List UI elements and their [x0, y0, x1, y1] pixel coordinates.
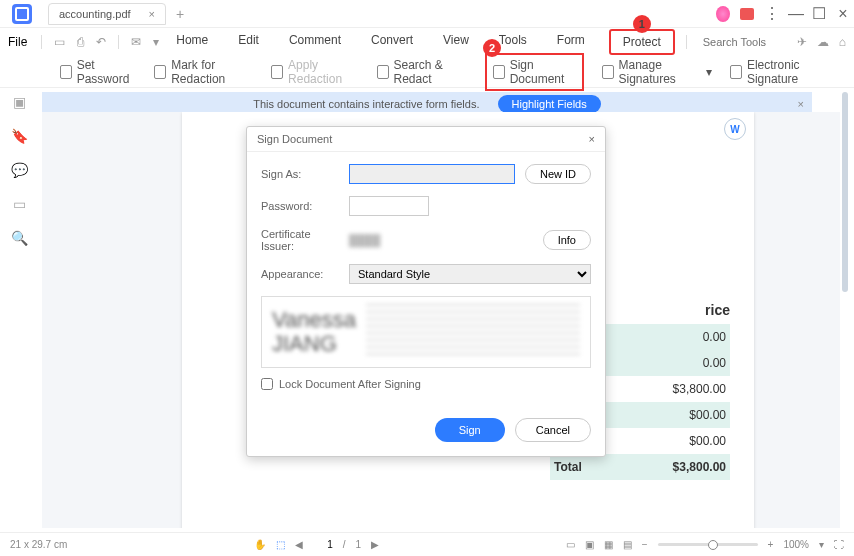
- sign-document-button[interactable]: 2 Sign Document: [485, 53, 584, 91]
- layout-icon[interactable]: ▦: [604, 539, 613, 550]
- add-tab-icon[interactable]: +: [176, 6, 184, 22]
- appearance-label: Appearance:: [261, 268, 339, 280]
- print-icon[interactable]: ⎙: [73, 35, 88, 49]
- menu-view[interactable]: View: [437, 29, 475, 55]
- close-tab-icon[interactable]: ×: [149, 8, 155, 20]
- info-message: This document contains interactive form …: [253, 98, 479, 110]
- badge-2: 2: [483, 39, 501, 57]
- zoom-slider[interactable]: [658, 543, 758, 546]
- send-icon[interactable]: ✈: [797, 35, 807, 49]
- app-logo: [12, 4, 32, 24]
- view-mode-icon[interactable]: ▤: [623, 539, 632, 550]
- appearance-select[interactable]: Standard Style: [349, 264, 591, 284]
- signature-meta: [366, 304, 580, 360]
- table-row-total: Total$3,800.00: [550, 454, 730, 480]
- tab-title: accounting.pdf: [59, 8, 131, 20]
- file-menu[interactable]: File: [8, 35, 27, 49]
- menu-edit[interactable]: Edit: [232, 29, 265, 55]
- new-id-button[interactable]: New ID: [525, 164, 591, 184]
- sign-as-select[interactable]: [349, 164, 515, 184]
- bookmark-icon[interactable]: 🔖: [11, 128, 28, 144]
- apply-icon: [271, 65, 283, 79]
- search-tools-input[interactable]: [703, 36, 783, 48]
- user-avatar[interactable]: [716, 6, 730, 22]
- kebab-menu-icon[interactable]: ⋮: [764, 4, 778, 23]
- manage-icon: [602, 65, 614, 79]
- close-dialog-icon[interactable]: ×: [589, 133, 595, 145]
- signature-name-2: JIANG: [272, 332, 356, 356]
- vertical-scrollbar[interactable]: [842, 92, 848, 292]
- next-page-icon[interactable]: ▶: [371, 539, 379, 550]
- sign-as-label: Sign As:: [261, 168, 339, 180]
- zoom-value: 100%: [783, 539, 809, 550]
- electronic-signature-button[interactable]: Electronic Signature: [730, 58, 834, 86]
- hand-tool-icon[interactable]: ✋: [254, 539, 266, 550]
- apply-redaction-button: Apply Redaction: [271, 58, 358, 86]
- divider: [118, 35, 119, 49]
- save-icon[interactable]: ▭: [50, 35, 69, 49]
- cloud-icon[interactable]: ☁: [817, 35, 829, 49]
- manage-signatures-button[interactable]: Manage Signatures▾: [602, 58, 712, 86]
- signature-icon: [493, 65, 505, 79]
- search-redact-button[interactable]: Search & Redact: [377, 58, 467, 86]
- lock-icon: [60, 65, 72, 79]
- password-label: Password:: [261, 200, 339, 212]
- select-tool-icon[interactable]: ⬚: [276, 539, 285, 550]
- left-sidebar: ▣ 🔖 💬 ▭ 🔍: [0, 88, 38, 246]
- fit-page-icon[interactable]: ▣: [585, 539, 594, 550]
- set-password-button[interactable]: Set Password: [60, 58, 136, 86]
- zoom-out-icon[interactable]: −: [642, 539, 648, 550]
- sign-button[interactable]: Sign: [435, 418, 505, 442]
- lock-checkbox[interactable]: [261, 378, 273, 390]
- main-menu: Home Edit Comment Convert View Tools For…: [170, 29, 675, 55]
- menu-comment[interactable]: Comment: [283, 29, 347, 55]
- page-number-input[interactable]: [313, 539, 333, 550]
- zoom-in-icon[interactable]: +: [768, 539, 774, 550]
- page-dimensions: 21 x 29.7 cm: [10, 539, 67, 550]
- dialog-title: Sign Document: [257, 133, 332, 145]
- word-export-icon[interactable]: W: [724, 118, 746, 140]
- attachment-icon[interactable]: ▭: [13, 196, 26, 212]
- close-window-icon[interactable]: ×: [836, 5, 850, 23]
- cancel-button[interactable]: Cancel: [515, 418, 591, 442]
- chevron-down-icon[interactable]: ▾: [819, 539, 824, 550]
- chevron-down-icon[interactable]: ▾: [149, 35, 163, 49]
- divider: [41, 35, 42, 49]
- redact-icon: [154, 65, 166, 79]
- search-icon: [377, 65, 389, 79]
- badge-1: 1: [633, 15, 651, 33]
- search-panel-icon[interactable]: 🔍: [11, 230, 28, 246]
- menu-protect[interactable]: Protect 1: [609, 29, 675, 55]
- signature-preview: Vanessa JIANG: [261, 296, 591, 368]
- close-infobar-icon[interactable]: ×: [798, 98, 804, 110]
- document-tab[interactable]: accounting.pdf ×: [48, 3, 166, 25]
- undo-icon[interactable]: ↶: [92, 35, 110, 49]
- status-bar: 21 x 29.7 cm ✋ ⬚ ◀ / 1 ▶ ▭ ▣ ▦ ▤ − + 100…: [0, 532, 854, 556]
- fit-width-icon[interactable]: ▭: [566, 539, 575, 550]
- issuer-label: Certificate Issuer:: [261, 228, 339, 252]
- minimize-icon[interactable]: —: [788, 5, 802, 23]
- menu-form[interactable]: Form: [551, 29, 591, 55]
- menu-convert[interactable]: Convert: [365, 29, 419, 55]
- menu-home[interactable]: Home: [170, 29, 214, 55]
- fullscreen-icon[interactable]: ⛶: [834, 539, 844, 550]
- highlight-fields-button[interactable]: Highlight Fields: [498, 95, 601, 113]
- maximize-icon[interactable]: ☐: [812, 4, 826, 23]
- thumbnails-icon[interactable]: ▣: [13, 94, 26, 110]
- mark-redaction-button[interactable]: Mark for Redaction: [154, 58, 253, 86]
- info-button[interactable]: Info: [543, 230, 591, 250]
- divider: [686, 35, 687, 49]
- notification-icon[interactable]: [740, 8, 754, 20]
- issuer-value: ████: [349, 234, 533, 246]
- prev-page-icon[interactable]: ◀: [295, 539, 303, 550]
- comment-icon[interactable]: 💬: [11, 162, 28, 178]
- esign-icon: [730, 65, 742, 79]
- chevron-down-icon: ▾: [706, 65, 712, 79]
- lock-checkbox-label[interactable]: Lock Document After Signing: [261, 378, 591, 390]
- signature-name-1: Vanessa: [272, 308, 356, 332]
- home-icon[interactable]: ⌂: [839, 35, 846, 49]
- sign-document-dialog: Sign Document × Sign As: New ID Password…: [246, 126, 606, 457]
- page-total: 1: [356, 539, 362, 550]
- password-input[interactable]: [349, 196, 429, 216]
- mail-icon[interactable]: ✉: [127, 35, 145, 49]
